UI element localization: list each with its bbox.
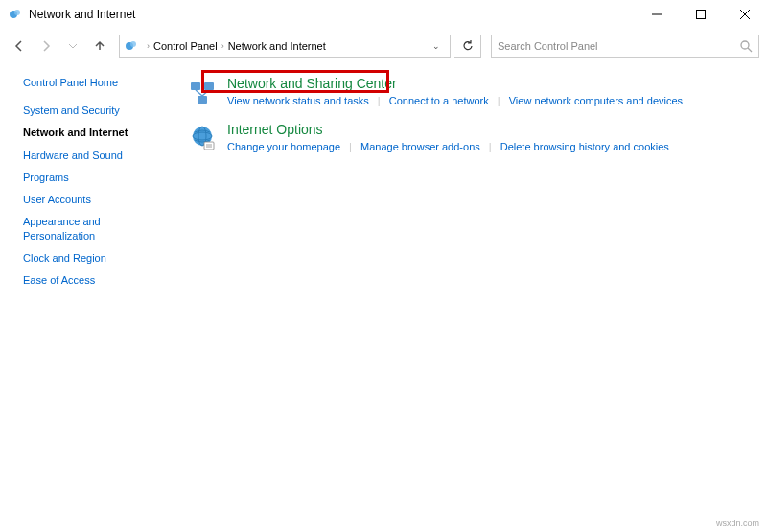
address-dropdown-button[interactable]: ⌄ (427, 41, 446, 51)
internet-options-icon (187, 123, 218, 153)
watermark: wsxdn.com (716, 519, 759, 528)
svg-rect-3 (697, 11, 706, 19)
svg-point-8 (741, 41, 749, 49)
link-change-homepage[interactable]: Change your homepage (227, 141, 340, 152)
link-manage-addons[interactable]: Manage browser add-ons (360, 141, 480, 152)
search-icon (739, 39, 753, 53)
recent-locations-button[interactable] (61, 35, 84, 58)
sidebar-item-user-accounts[interactable]: User Accounts (23, 193, 168, 206)
minimize-button[interactable] (635, 0, 679, 29)
svg-point-1 (14, 10, 20, 15)
breadcrumb-root[interactable]: Control Panel (153, 40, 218, 52)
separator: | (489, 141, 492, 152)
svg-line-13 (196, 90, 202, 96)
svg-point-7 (130, 41, 136, 47)
app-icon (8, 7, 23, 22)
search-placeholder: Search Control Panel (498, 40, 739, 52)
svg-line-14 (202, 90, 209, 96)
link-delete-history[interactable]: Delete browsing history and cookies (500, 141, 669, 152)
svg-line-9 (748, 48, 752, 52)
chevron-right-icon[interactable]: › (221, 41, 224, 51)
sidebar: Control Panel Home System and Security N… (0, 63, 168, 532)
link-view-network-computers[interactable]: View network computers and devices (509, 95, 683, 106)
sidebar-item-programs[interactable]: Programs (23, 171, 168, 184)
up-button[interactable] (88, 35, 111, 58)
chevron-right-icon[interactable]: › (147, 41, 150, 51)
maximize-button[interactable] (679, 0, 723, 29)
breadcrumb-current[interactable]: Network and Internet (228, 40, 326, 52)
sidebar-item-appearance[interactable]: Appearance and Personalization (23, 215, 168, 243)
separator: | (378, 95, 381, 106)
sidebar-item-clock-region[interactable]: Clock and Region (23, 251, 168, 265)
main-content: Network and Sharing Center View network … (168, 63, 767, 532)
sidebar-item-hardware-sound[interactable]: Hardware and Sound (23, 149, 168, 162)
network-sharing-icon (187, 77, 218, 107)
category-network-sharing-center[interactable]: Network and Sharing Center (227, 76, 397, 91)
svg-rect-18 (204, 142, 214, 150)
link-connect-network[interactable]: Connect to a network (389, 95, 489, 106)
sidebar-home-link[interactable]: Control Panel Home (23, 77, 168, 88)
svg-rect-12 (198, 96, 207, 104)
sidebar-item-network-internet[interactable]: Network and Internet (23, 126, 168, 139)
separator: | (349, 141, 352, 152)
refresh-button[interactable] (454, 35, 481, 58)
separator: | (498, 95, 500, 106)
window-title: Network and Internet (29, 8, 635, 21)
close-button[interactable] (723, 0, 767, 29)
control-panel-icon (124, 38, 139, 54)
search-input[interactable]: Search Control Panel (491, 35, 759, 58)
back-button[interactable] (8, 35, 31, 58)
category-internet-options[interactable]: Internet Options (227, 122, 323, 137)
forward-button (35, 35, 58, 58)
svg-rect-10 (191, 82, 200, 90)
sidebar-item-ease-of-access[interactable]: Ease of Access (23, 273, 168, 287)
sidebar-item-system-security[interactable]: System and Security (23, 104, 168, 117)
link-view-network-status[interactable]: View network status and tasks (227, 95, 369, 106)
svg-rect-11 (204, 82, 214, 90)
address-bar[interactable]: › Control Panel › Network and Internet ⌄ (119, 35, 451, 58)
